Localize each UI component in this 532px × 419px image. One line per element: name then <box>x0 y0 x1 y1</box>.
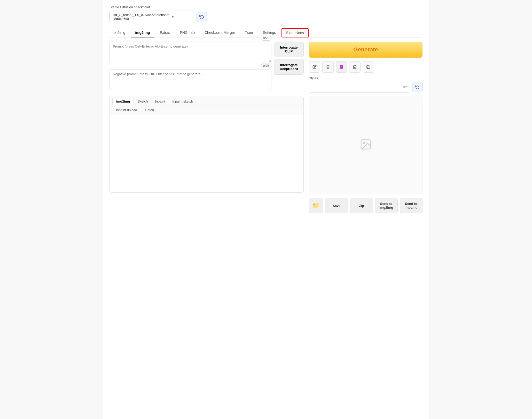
positive-token-count: 0/75 <box>261 36 271 41</box>
tab-checkpoint-merger[interactable]: Checkpoint Merger <box>200 28 239 37</box>
action-buttons-row: 📁 Save Zip Send to img2img Send to inpai… <box>309 198 423 213</box>
checkpoint-row: sd_xl_refiner_1.0_0.9vae.safetensors [8d… <box>109 11 423 23</box>
output-image-area <box>309 96 423 194</box>
clipboard-button[interactable] <box>349 61 361 73</box>
content-area: 0/75 0/75 Interrogate CLIP Interrogate D… <box>109 42 423 213</box>
tab-train[interactable]: Train <box>241 28 257 37</box>
right-panel: Generate <box>309 42 423 213</box>
open-folder-button[interactable]: 📁 <box>309 198 323 213</box>
interrogate-clip-button[interactable]: Interrogate CLIP <box>274 42 304 57</box>
svg-point-6 <box>363 142 365 143</box>
styles-row: × ▾ <box>309 82 423 92</box>
send-to-img2img-button[interactable]: Send to img2img <box>375 198 398 213</box>
pencil-button[interactable] <box>309 61 320 73</box>
refresh-styles-button[interactable] <box>412 82 423 92</box>
svg-point-1 <box>341 66 342 67</box>
bookmark-button[interactable] <box>336 61 347 73</box>
svg-rect-2 <box>354 65 355 66</box>
subtab-sketch[interactable]: Sketch <box>134 98 151 105</box>
sub-tabs-wrapper: img2img Sketch Inpaint Inpaint sketch In… <box>109 96 304 193</box>
app-container: Stable Diffusion checkpoint sd_xl_refine… <box>103 0 429 419</box>
subtab-inpaint-sketch[interactable]: Inpaint sketch <box>169 98 197 105</box>
styles-label: Styles <box>309 76 423 80</box>
prompts-column: 0/75 0/75 <box>109 42 271 94</box>
interrogate-buttons-column: Interrogate CLIP Interrogate DeepBooru <box>274 42 304 75</box>
clear-styles-icon[interactable]: × <box>403 85 405 89</box>
tab-extras[interactable]: Extras <box>156 28 174 37</box>
sub-tabs: img2img Sketch Inpaint Inpaint sketch <box>110 96 303 105</box>
tab-img2img[interactable]: img2img <box>131 28 154 37</box>
checkpoint-value: sd_xl_refiner_1.0_0.9vae.safetensors [8d… <box>113 13 169 21</box>
save-style-button[interactable] <box>363 61 374 73</box>
prompts-interrogate-row: 0/75 0/75 Interrogate CLIP Interrogate D… <box>109 42 304 94</box>
folder-icon: 📁 <box>312 202 319 209</box>
interrogate-deepbooru-button[interactable]: Interrogate DeepBooru <box>274 59 304 75</box>
subtab-inpaint[interactable]: Inpaint <box>151 98 169 105</box>
positive-prompt-input[interactable] <box>109 42 271 62</box>
chevron-down-icon: ▾ <box>172 15 190 19</box>
sub-tabs-row2: Inpaint upload Batch <box>110 105 303 115</box>
subtab-img2img[interactable]: img2img <box>112 98 134 105</box>
subtab-batch[interactable]: Batch <box>142 106 158 114</box>
save-button[interactable]: Save <box>325 198 348 213</box>
subtab-inpaint-upload[interactable]: Inpaint upload <box>112 106 141 114</box>
chevron-styles-icon[interactable]: ▾ <box>405 85 407 89</box>
tab-extensions[interactable]: Extensions <box>281 28 308 37</box>
styles-select[interactable]: × ▾ <box>309 82 410 92</box>
checkpoint-select[interactable]: sd_xl_refiner_1.0_0.9vae.safetensors [8d… <box>109 11 194 23</box>
tab-txt2img[interactable]: txt2img <box>109 28 129 37</box>
send-to-inpaint-button[interactable]: Send to inpaint <box>400 198 423 213</box>
zip-button[interactable]: Zip <box>350 198 373 213</box>
negative-token-count: 0/75 <box>261 64 271 68</box>
negative-prompt-wrapper: 0/75 <box>109 69 271 91</box>
tool-buttons-row <box>309 61 423 73</box>
generate-button[interactable]: Generate <box>309 42 423 58</box>
checkpoint-label: Stable Diffusion checkpoint <box>109 5 423 9</box>
tab-png-info[interactable]: PNG Info <box>176 28 199 37</box>
positive-prompt-wrapper: 0/75 <box>109 42 271 63</box>
image-upload-area[interactable] <box>110 115 303 192</box>
trash-button[interactable] <box>322 61 334 73</box>
output-placeholder-icon <box>359 138 372 152</box>
negative-prompt-input[interactable] <box>109 69 271 90</box>
left-panel: 0/75 0/75 Interrogate CLIP Interrogate D… <box>109 42 304 213</box>
refresh-checkpoint-button[interactable] <box>197 12 207 22</box>
